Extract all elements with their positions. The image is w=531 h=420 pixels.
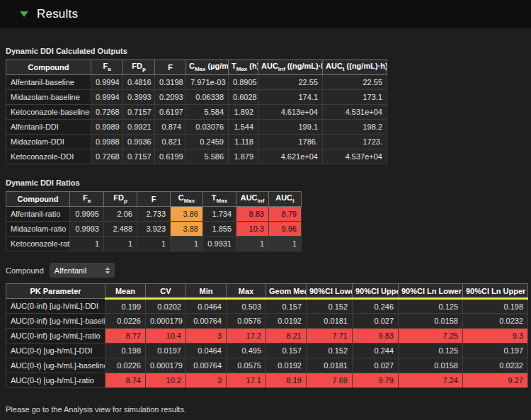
row-label: AUC(0-t) [ug-h/mL]-DDI [6, 344, 105, 358]
value-cell: 3 [186, 329, 227, 344]
column-header: Compound [6, 60, 91, 75]
value-cell: 10.3 [236, 222, 269, 237]
column-header: FDp [104, 192, 137, 207]
column-header: F [155, 60, 186, 75]
value-cell: 0.6197 [155, 105, 186, 120]
value-cell: 9.3 [463, 329, 528, 344]
value-cell: 0.152 [307, 344, 353, 358]
column-header: F [137, 192, 171, 207]
table-row: Midazolam-DDI0.99880.99360.8210.24591.11… [6, 135, 387, 149]
value-cell: 0.6028 [229, 90, 258, 105]
value-cell: 0.9994 [91, 90, 123, 105]
results-content: Dynamic DDI Calculated Outputs CompoundF… [0, 28, 531, 414]
row-label: Ketoconazole-DDI [6, 149, 91, 164]
value-cell: 0.7268 [91, 149, 123, 164]
value-cell: 3.923 [137, 222, 171, 237]
value-cell: 7.24 [399, 373, 463, 388]
value-cell: 17.1 [227, 373, 266, 388]
outputs-table-head: CompoundFaFDpFCMax (µg/mL)TMax (h)AUCinf… [6, 60, 387, 75]
row-label: Midazolam-ratio [6, 222, 70, 237]
value-cell: 1 [70, 237, 104, 251]
value-cell: 0.4816 [123, 75, 155, 90]
value-cell: 0.244 [353, 344, 399, 358]
column-header: CV [146, 284, 186, 299]
row-label: AUC(0-inf) [ug-h/mL]-DDI [6, 299, 105, 314]
value-cell: 0.8905 [229, 75, 258, 90]
value-cell: 0.2459 [186, 135, 229, 149]
value-cell: 0.0232 [463, 314, 528, 329]
value-cell: 3.86 [171, 207, 203, 222]
value-cell: 0.0192 [266, 314, 307, 329]
row-label: AUC(0-t) [ug-h/mL]-ratio [6, 373, 105, 388]
value-cell: 0.00764 [186, 358, 227, 373]
value-cell: 1.118 [229, 135, 258, 149]
value-cell: 8.74 [105, 373, 146, 388]
value-cell: 1.892 [229, 105, 258, 120]
ratios-table-body: Alfentanil-ratio0.99952.062.7333.861.734… [6, 207, 302, 251]
value-cell: 0.0576 [227, 314, 266, 329]
column-header: TMax (h) [229, 60, 258, 75]
value-cell: 4.531e+04 [323, 105, 387, 120]
table-row: Midazolam-ratio0.99932.4883.9233.881.855… [6, 222, 302, 237]
value-cell: 8.83 [236, 207, 269, 222]
value-cell: 1.855 [203, 222, 236, 237]
value-cell: 4.537e+04 [323, 149, 387, 164]
row-label: Midazolam-DDI [6, 135, 91, 149]
table-row: Alfentanil-DDI0.99890.99210.8740.030761.… [6, 120, 387, 135]
value-cell: 2.733 [137, 207, 171, 222]
value-cell: 17.2 [227, 329, 266, 344]
value-cell: 8.21 [266, 329, 307, 344]
column-header: Fa [91, 60, 123, 75]
value-cell: 0.0158 [399, 314, 463, 329]
table-row: AUC(0-inf) [ug-h/mL]-DDI0.1990.02020.046… [6, 299, 528, 314]
column-header: Min [186, 284, 227, 299]
value-cell: 3 [186, 373, 227, 388]
table-row: AUC(0-t) [ug-h/mL]-baseline0.02260.00017… [6, 358, 528, 373]
pk-table-body: AUC(0-inf) [ug-h/mL]-DDI0.1990.02020.046… [6, 299, 528, 388]
table-row: AUC(0-inf) [ug-h/mL]-ratio8.7710.4317.28… [6, 329, 528, 344]
row-label: Alfentanil-DDI [6, 120, 91, 135]
column-header: Mean [105, 284, 146, 299]
value-cell: 0.0575 [227, 358, 266, 373]
row-label: AUC(0-inf) [ug-h/mL]-baseline [6, 314, 105, 329]
header-row: PK ParameterMeanCVMinMaxGeom Mean90%CI L… [6, 284, 528, 299]
value-cell: 0.198 [105, 344, 146, 358]
value-cell: 1 [104, 237, 137, 251]
value-cell: 1 [236, 237, 269, 251]
value-cell: 0.000179 [146, 314, 186, 329]
value-cell: 0.7157 [123, 105, 155, 120]
value-cell: 0.0226 [105, 314, 146, 329]
column-header: AUCt ((ng/mL)·h) [323, 60, 387, 75]
value-cell: 5.584 [186, 105, 229, 120]
value-cell: 0.00764 [186, 314, 227, 329]
value-cell: 1 [171, 237, 203, 251]
value-cell: 1 [137, 237, 171, 251]
value-cell: 7.971e-03 [186, 75, 229, 90]
value-cell: 8.77 [105, 329, 146, 344]
compound-select[interactable]: Alfentanil [50, 263, 115, 278]
collapse-arrow-icon[interactable] [20, 11, 28, 17]
value-cell: 3.88 [171, 222, 203, 237]
value-cell: 0.9989 [91, 120, 123, 135]
value-cell: 0.246 [353, 299, 399, 314]
value-cell: 8.19 [266, 373, 307, 388]
value-cell: 22.55 [258, 75, 323, 90]
header-row: CompoundFaFDpFCMaxTMaxAUCinfAUCt [6, 192, 302, 207]
row-label: Ketoconazole-baseline [6, 105, 91, 120]
column-header: CMax (µg/mL) [186, 60, 229, 75]
column-header: AUCinf [236, 192, 269, 207]
value-cell: 0.495 [227, 344, 266, 358]
value-cell: 5.586 [186, 149, 229, 164]
value-cell: 8.79 [269, 207, 302, 222]
value-cell: 0.06338 [186, 90, 229, 105]
value-cell: 4.613e+04 [258, 105, 323, 120]
value-cell: 9.83 [353, 329, 399, 344]
value-cell: 7.69 [307, 373, 353, 388]
table-row: Midazolam-baseline0.99940.39930.20930.06… [6, 90, 387, 105]
page-title: Results [37, 7, 78, 21]
value-cell: 7.25 [399, 329, 463, 344]
table-row: Alfentanil-baseline0.99940.48160.31987.9… [6, 75, 387, 90]
value-cell: 1.879 [229, 149, 258, 164]
value-cell: 1.734 [203, 207, 236, 222]
value-cell: 2.488 [104, 222, 137, 237]
